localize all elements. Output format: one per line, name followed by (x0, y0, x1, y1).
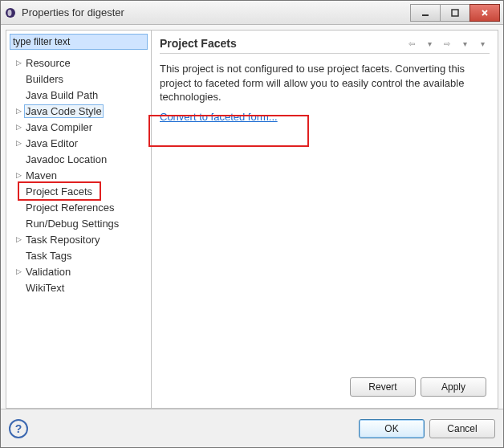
revert-button[interactable]: Revert (350, 377, 416, 397)
sidebar: ▷Resource▷Builders▷Java Build Path▷Java … (6, 30, 152, 409)
minimize-button[interactable] (410, 4, 441, 22)
twisty-icon[interactable]: ▷ (13, 123, 24, 131)
facets-description: This project is not configured to use pr… (160, 62, 490, 104)
tree-item-label: Run/Debug Settings (24, 218, 120, 230)
tree-item-task-repository[interactable]: ▷Task Repository (6, 231, 151, 247)
dialog-footer: ? OK Cancel (1, 409, 503, 447)
view-menu-icon[interactable]: ▾ (475, 37, 490, 50)
tree-item-resource[interactable]: ▷Resource (6, 55, 151, 71)
svg-rect-2 (422, 14, 429, 16)
tree-item-label: Java Build Path (24, 89, 100, 101)
back-menu-icon[interactable]: ▾ (422, 37, 437, 50)
filter-input[interactable] (10, 34, 148, 50)
tree-item-label: WikiText (24, 282, 66, 294)
twisty-icon[interactable]: ▷ (13, 107, 24, 115)
tree-item-label: Java Code Style (24, 104, 104, 118)
svg-point-1 (8, 10, 12, 16)
category-tree[interactable]: ▷Resource▷Builders▷Java Build Path▷Java … (6, 53, 151, 297)
cancel-button[interactable]: Cancel (429, 419, 495, 438)
tree-item-project-facets[interactable]: ▷Project Facets (6, 183, 151, 199)
apply-row: Revert Apply (160, 371, 490, 403)
nav-buttons: ⇦ ▾ ⇨ ▾ ▾ (404, 37, 490, 50)
window-title: Properties for digester (22, 6, 411, 18)
close-button[interactable] (469, 4, 500, 22)
main-header: Project Facets ⇦ ▾ ⇨ ▾ ▾ (160, 37, 490, 50)
page-title: Project Facets (160, 37, 237, 50)
tree-item-javadoc-location[interactable]: ▷Javadoc Location (6, 151, 151, 167)
tree-item-label: Java Compiler (24, 121, 94, 133)
filter-box (10, 34, 148, 50)
eclipse-icon (4, 6, 17, 19)
twisty-icon[interactable]: ▷ (13, 59, 24, 67)
twisty-icon[interactable]: ▷ (13, 171, 24, 179)
twisty-icon[interactable]: ▷ (13, 139, 24, 147)
help-icon[interactable]: ? (9, 419, 28, 438)
tree-wrap: ▷Resource▷Builders▷Java Build Path▷Java … (6, 53, 151, 408)
tree-item-label: Validation (24, 266, 72, 278)
separator (160, 53, 490, 54)
tree-item-builders[interactable]: ▷Builders (6, 71, 151, 87)
tree-item-project-references[interactable]: ▷Project References (6, 199, 151, 215)
tree-item-label: Maven (24, 169, 59, 181)
tree-item-run-debug-settings[interactable]: ▷Run/Debug Settings (6, 215, 151, 231)
twisty-icon[interactable]: ▷ (13, 235, 24, 243)
tree-item-label: Project References (24, 202, 116, 214)
forward-menu-icon[interactable]: ▾ (457, 37, 472, 50)
ok-button[interactable]: OK (359, 419, 425, 438)
tree-item-java-code-style[interactable]: ▷Java Code Style (6, 103, 151, 119)
apply-button[interactable]: Apply (421, 377, 486, 397)
tree-item-wikitext[interactable]: ▷WikiText (6, 279, 151, 295)
svg-rect-3 (452, 10, 458, 16)
forward-button[interactable]: ⇨ (440, 37, 454, 50)
convert-link[interactable]: Convert to faceted form... (160, 111, 490, 123)
tree-item-label: Task Tags (24, 250, 74, 262)
titlebar[interactable]: Properties for digester (1, 1, 503, 25)
tree-item-maven[interactable]: ▷Maven (6, 167, 151, 183)
window-buttons (411, 4, 500, 22)
back-button[interactable]: ⇦ (404, 37, 419, 50)
dialog-body: ▷Resource▷Builders▷Java Build Path▷Java … (1, 25, 503, 409)
main-panel: Project Facets ⇦ ▾ ⇨ ▾ ▾ This project is… (152, 30, 498, 409)
properties-dialog: Properties for digester ▷Resource▷Builde… (0, 0, 504, 448)
tree-item-label: Builders (24, 73, 65, 85)
tree-item-validation[interactable]: ▷Validation (6, 263, 151, 279)
tree-item-task-tags[interactable]: ▷Task Tags (6, 247, 151, 263)
tree-item-label: Task Repository (24, 234, 101, 246)
tree-item-java-editor[interactable]: ▷Java Editor (6, 135, 151, 151)
tree-item-label: Javadoc Location (24, 153, 108, 165)
twisty-icon[interactable]: ▷ (13, 267, 24, 275)
tree-item-label: Resource (24, 57, 72, 69)
tree-item-java-build-path[interactable]: ▷Java Build Path (6, 87, 151, 103)
tree-item-label: Project Facets (24, 185, 94, 198)
tree-item-label: Java Editor (24, 137, 79, 149)
maximize-button[interactable] (440, 4, 470, 22)
tree-item-java-compiler[interactable]: ▷Java Compiler (6, 119, 151, 135)
